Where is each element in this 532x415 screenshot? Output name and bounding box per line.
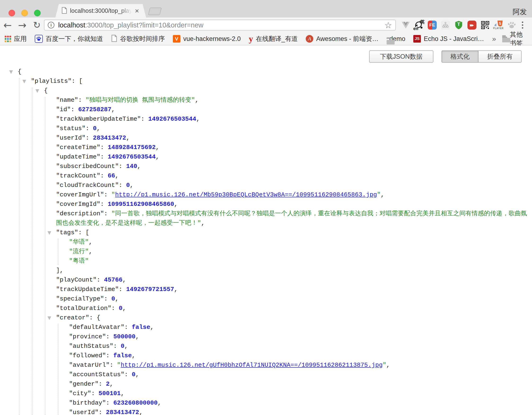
bookmark-item--[interactable]: y在线翻译_有道 — [249, 35, 298, 43]
json-key: "status" — [56, 125, 86, 132]
json-key: "playlists" — [31, 77, 72, 85]
echojs-icon: JS — [413, 35, 421, 43]
bookmark-item--[interactable]: 百度一下，你就知道 — [35, 35, 103, 43]
bookmark-item-echo-js-javascri-[interactable]: JSEcho JS - JavaScri… — [413, 35, 484, 43]
json-punctuation: : — [124, 324, 132, 331]
json-key: "specialType" — [56, 295, 104, 302]
json-number-value: 0 — [93, 125, 97, 132]
json-punctuation: : — [104, 191, 111, 198]
json-url-link[interactable]: http://p1.music.126.net/gUfH0bhzOfAl71NU… — [121, 362, 383, 369]
new-tab-button[interactable] — [148, 8, 162, 15]
collapse-toggle-icon[interactable]: ▼ — [48, 228, 51, 237]
json-key: "userId" — [56, 134, 86, 142]
json-key: "gender" — [69, 380, 99, 387]
fast-forward-icon[interactable]: ▶▶ — [465, 19, 479, 32]
json-line: "accountStatus": 0, — [0, 370, 532, 379]
bookmark-item--[interactable]: 谷歌按时间排序 — [111, 35, 165, 43]
json-number-value: false — [113, 352, 132, 359]
json-number-value: 66 — [108, 172, 115, 179]
json-number-value: 623260800000 — [113, 399, 157, 406]
json-punctuation: : — [106, 399, 113, 406]
json-punctuation: : — [106, 352, 113, 359]
json-punctuation: , — [89, 248, 93, 255]
json-line: "updateTime": 1492676503544, — [0, 152, 532, 162]
browser-toolbar: ← → ↻ i localhost:3000/top_playlist?limi… — [0, 18, 532, 33]
json-key: "userId" — [69, 409, 99, 415]
window-close-button[interactable] — [9, 10, 15, 16]
json-punctuation: : — [99, 380, 106, 387]
json-punctuation: , — [89, 239, 93, 246]
json-line: "cloudTrackCount": 0, — [0, 181, 532, 190]
vue-devtools-icon[interactable] — [399, 19, 412, 32]
tab-close-icon[interactable]: × — [135, 7, 139, 14]
sitemap-icon[interactable] — [439, 19, 452, 32]
json-key: "updateTime" — [56, 153, 100, 160]
reload-icon[interactable]: ↻ — [30, 18, 44, 33]
json-punctuation: : — [100, 153, 108, 160]
page-icon — [111, 35, 117, 43]
json-number-value: 45766 — [104, 276, 123, 283]
json-line: "subscribedCount": 140, — [0, 162, 532, 171]
json-punctuation: , — [137, 163, 141, 170]
other-bookmarks-folder[interactable]: 其他书签 — [502, 30, 525, 47]
json-line: ], — [0, 266, 532, 275]
qr-code-icon[interactable] — [479, 19, 492, 32]
shield-t-icon[interactable]: T — [452, 19, 465, 32]
json-string-value: "独唱与对唱的切换 氛围与情感的转变" — [86, 97, 195, 104]
paw-icon[interactable] — [505, 19, 518, 32]
json-line: "playCount": 45766, — [0, 275, 532, 285]
apps-grid-icon — [5, 36, 11, 42]
format-button[interactable]: 格式化 — [441, 50, 479, 63]
json-number-value: 283413472 — [106, 409, 139, 415]
collapse-all-button[interactable]: 折叠所有 — [479, 50, 522, 63]
html5-player-icon[interactable]: 5PLAYER — [492, 19, 505, 32]
browser-menu-icon[interactable] — [518, 19, 527, 32]
collapse-toggle-icon[interactable]: ▼ — [36, 86, 39, 95]
json-punctuation: , — [126, 134, 130, 142]
json-number-value: 1492676503544 — [148, 116, 196, 123]
json-punctuation: , — [174, 286, 178, 293]
translate-icon[interactable]: 英en — [412, 19, 426, 32]
json-punctuation: : — [71, 106, 78, 113]
download-json-button[interactable]: 下载JSON数据 — [369, 50, 433, 63]
window-maximize-button[interactable] — [34, 10, 41, 16]
json-line: "gender": 2, — [0, 379, 532, 389]
profile-name[interactable]: 阿发 — [513, 7, 527, 17]
fe-icon[interactable]: FE — [426, 19, 439, 32]
json-string-value: " — [377, 191, 381, 198]
json-line: "defaultAvatar": false, — [0, 322, 532, 332]
apps-shortcut[interactable]: 应用 — [5, 35, 27, 43]
bookmark-item-awesomes-[interactable]: AAwesomes - 前端资… — [306, 35, 379, 43]
bookmarks-overflow-chevron[interactable]: » — [492, 35, 496, 43]
json-punctuation: : — [97, 276, 104, 283]
bookmark-item-vue-hackernews-2-0[interactable]: Vvue-hackernews-2.0 — [173, 35, 241, 43]
json-line: "trackUpdateTime": 1492679721557, — [0, 285, 532, 294]
url-text[interactable]: localhost:3000/top_playlist?limit=10&ord… — [58, 21, 203, 29]
youdao-icon: y — [249, 36, 253, 42]
json-punctuation: , — [201, 220, 205, 227]
json-punctuation: , — [97, 125, 101, 132]
json-punctuation: : — [119, 163, 126, 170]
collapse-toggle-icon[interactable]: ▼ — [48, 313, 51, 322]
browser-tab[interactable]: localhost:3000/top_playlist?lim × — [55, 4, 146, 18]
json-line: "birthday": 623260800000, — [0, 398, 532, 408]
forward-icon[interactable]: → — [16, 18, 29, 33]
json-number-value: 109951162908465860 — [108, 201, 174, 208]
json-key: "coverImgUrl" — [56, 191, 104, 198]
info-icon[interactable]: i — [48, 22, 54, 29]
page-content: 下载JSON数据 格式化 折叠所有 ▼{▼"playlists": [▼{"na… — [0, 45, 532, 415]
back-icon[interactable]: ← — [1, 18, 14, 33]
json-punctuation: , — [132, 352, 135, 359]
folder-icon — [502, 37, 507, 42]
json-string-value: "华语" — [69, 239, 89, 246]
json-url-link[interactable]: http://p1.music.126.net/Mb59p30BpEQLcBQe… — [115, 191, 377, 198]
json-key: "id" — [56, 106, 71, 113]
collapse-toggle-icon[interactable]: ▼ — [22, 77, 26, 86]
collapse-toggle-icon[interactable]: ▼ — [9, 67, 13, 77]
bookmark-item-demo[interactable]: demo — [387, 35, 406, 43]
json-punctuation: , — [111, 106, 115, 113]
json-punctuation: : [ — [78, 229, 89, 236]
address-bar[interactable]: i localhost:3000/top_playlist?limit=10&o… — [44, 20, 396, 30]
bookmark-star-icon[interactable]: ☆ — [384, 20, 392, 30]
window-minimize-button[interactable] — [21, 10, 28, 16]
